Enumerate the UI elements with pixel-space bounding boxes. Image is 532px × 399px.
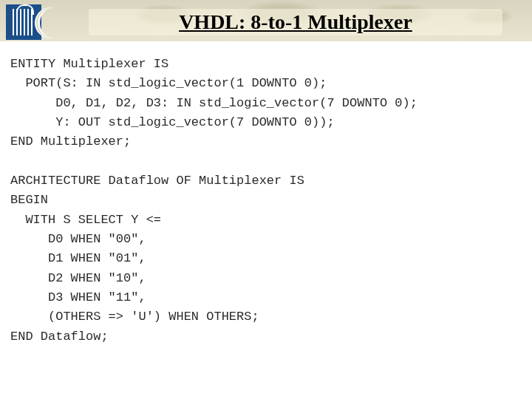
code-line: D0 WHEN "00", — [10, 232, 146, 246]
code-block: ENTITY Multiplexer IS PORT(S: IN std_log… — [10, 55, 417, 347]
code-line: ARCHITECTURE Dataflow OF Multiplexer IS — [10, 174, 304, 188]
code-line: END Dataflow; — [10, 330, 109, 344]
code-line: ENTITY Multiplexer IS — [10, 57, 168, 71]
slide-title: VHDL: 8-to-1 Multiplexer — [179, 10, 412, 34]
code-line: D1 WHEN "01", — [10, 251, 146, 265]
code-line: D2 WHEN "10", — [10, 271, 146, 285]
code-line: END Multiplexer; — [10, 134, 131, 149]
code-line: Y: OUT std_logic_vector(7 DOWNTO 0)); — [10, 115, 335, 129]
curve-decoration — [38, 7, 90, 38]
title-bar: VHDL: 8-to-1 Multiplexer — [89, 9, 502, 35]
code-line: D3 WHEN "11", — [10, 290, 146, 304]
code-line: BEGIN — [10, 193, 48, 207]
code-line: PORT(S: IN std_logic_vector(1 DOWNTO 0); — [10, 76, 327, 90]
code-line: WITH S SELECT Y <= — [10, 213, 161, 227]
logo-icon — [6, 4, 41, 40]
code-line: D0, D1, D2, D3: IN std_logic_vector(7 DO… — [10, 96, 417, 110]
code-line: (OTHERS => 'U') WHEN OTHERS; — [10, 310, 259, 324]
